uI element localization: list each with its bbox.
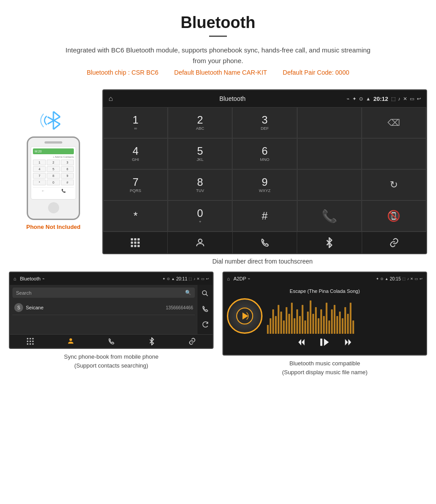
car-key-0[interactable]: 0 + bbox=[168, 200, 232, 232]
pb-nav-contacts[interactable] bbox=[50, 337, 91, 345]
phone-key-1[interactable]: 1 bbox=[33, 160, 46, 165]
svg-rect-24 bbox=[29, 344, 31, 345]
phonebook-call-action[interactable] bbox=[199, 302, 211, 317]
phone-key-2[interactable]: 2 bbox=[47, 160, 60, 165]
car-key-7[interactable]: 7 PQRS bbox=[103, 169, 168, 200]
car-key-3[interactable]: 3 DEF bbox=[232, 107, 297, 138]
bluetooth-waves-illustration bbox=[38, 107, 69, 134]
car-nav-link[interactable] bbox=[362, 232, 426, 253]
car-key-4-num: 4 bbox=[133, 146, 138, 156]
phone-key-4[interactable]: 4 bbox=[33, 166, 46, 172]
pb-nav-bluetooth[interactable] bbox=[132, 337, 172, 345]
main-caption: Dial number direct from touchscreen bbox=[89, 254, 436, 272]
phone-key-7[interactable]: 7 bbox=[33, 173, 46, 179]
music-next-button[interactable] bbox=[343, 337, 353, 349]
car-dialpad: 1 ∞ 2 ABC 3 DEF ⌫ 4 GHI bbox=[103, 107, 426, 232]
car-key-backspace[interactable]: ⌫ bbox=[362, 107, 426, 138]
page-header: Bluetooth Integrated with BC6 Bluetooth … bbox=[0, 0, 436, 89]
phone-key-5[interactable]: 5 bbox=[47, 166, 60, 172]
car-key-1[interactable]: 1 ∞ bbox=[103, 107, 168, 138]
phone-dialpad: 1 2 3 4 5 6 7 8 9 * 0 # bbox=[33, 160, 74, 185]
car-key-6[interactable]: 6 MNO bbox=[232, 138, 297, 169]
car-nav-contacts[interactable] bbox=[168, 232, 232, 253]
car-key-4[interactable]: 4 GHI bbox=[103, 138, 168, 169]
phone-key-hash[interactable]: # bbox=[61, 180, 74, 185]
car-key-7-num: 7 bbox=[133, 177, 138, 188]
music-bar bbox=[283, 320, 285, 334]
car-key-5[interactable]: 5 JKL bbox=[168, 138, 232, 169]
phone-btn-call[interactable]: 📞 bbox=[61, 189, 66, 193]
play-pause-icon bbox=[320, 337, 330, 347]
car-key-9[interactable]: 9 WXYZ bbox=[232, 169, 297, 200]
phone-key-3[interactable]: 3 bbox=[61, 160, 74, 165]
main-section: M:20 + Add to Contacts 1 2 3 4 5 6 7 8 9… bbox=[0, 89, 436, 254]
music-close-icon[interactable]: ✕ bbox=[410, 277, 413, 281]
car-nav-dialpad[interactable] bbox=[103, 232, 168, 253]
car-key-0-letters: + bbox=[199, 220, 201, 224]
music-bar bbox=[272, 309, 274, 334]
music-prev-button[interactable] bbox=[297, 337, 307, 349]
car-key-8[interactable]: 8 TUV bbox=[168, 169, 232, 200]
car-camera-icon: ⬚ bbox=[391, 96, 396, 102]
pb-vol-icon: ♪ bbox=[194, 277, 195, 281]
pb-nav-dialpad[interactable] bbox=[10, 337, 50, 345]
music-bar bbox=[334, 305, 335, 334]
phonebook-search-action[interactable] bbox=[199, 287, 211, 301]
pb-back-icon[interactable]: ↩ bbox=[206, 277, 209, 281]
music-play-pause-button[interactable] bbox=[320, 337, 330, 349]
music-bar bbox=[328, 320, 330, 334]
car-nav-bluetooth[interactable] bbox=[297, 232, 362, 253]
music-bt-icon: ✦ bbox=[376, 277, 379, 281]
phone-btn-back[interactable]: ← bbox=[41, 189, 45, 193]
car-screen-main: ⌂ Bluetooth ⌁ ✦ ⊙ ▲ 20:12 ⬚ ♪ ✕ ▭ ↩ bbox=[102, 89, 427, 254]
svg-rect-21 bbox=[29, 341, 31, 342]
phone-home-button[interactable] bbox=[48, 202, 59, 213]
car-key-6-letters: MNO bbox=[260, 157, 269, 162]
pb-close-icon[interactable]: ✕ bbox=[197, 277, 200, 281]
phone-key-8[interactable]: 8 bbox=[47, 173, 60, 179]
car-nav-recent[interactable] bbox=[233, 232, 297, 253]
phonebook-body-wrap: Search 🔍 S Seicane 13566664466 bbox=[10, 285, 213, 334]
car-home-icon[interactable]: ⌂ bbox=[109, 95, 113, 103]
svg-rect-25 bbox=[32, 344, 33, 345]
phonebook-usb-icon: ⌁ bbox=[42, 276, 44, 281]
car-screen-icon: ▭ bbox=[410, 96, 414, 102]
phone-key-6[interactable]: 6 bbox=[61, 166, 74, 172]
phonebook-home-icon[interactable]: ⌂ bbox=[13, 276, 16, 281]
car-key-reload[interactable]: ↻ bbox=[362, 169, 426, 200]
car-key-2-letters: ABC bbox=[196, 126, 205, 131]
music-bar bbox=[302, 305, 303, 334]
music-back-icon[interactable]: ↩ bbox=[420, 277, 423, 281]
phonebook-search-bar[interactable]: Search 🔍 bbox=[12, 288, 195, 298]
phonebook-entry-seicane[interactable]: S Seicane 13566664466 bbox=[12, 300, 195, 315]
car-key-star[interactable]: * bbox=[103, 200, 168, 232]
svg-line-3 bbox=[53, 124, 60, 129]
phone-screen-label: + Add to Contacts bbox=[33, 156, 74, 158]
music-status-icons: ✦ ⊙ ▲ 20:15 ⬚ ♪ ✕ ▭ ↩ bbox=[376, 276, 423, 281]
contact-letter-badge: S bbox=[14, 303, 23, 312]
svg-rect-8 bbox=[131, 242, 133, 244]
svg-marker-33 bbox=[345, 339, 348, 346]
car-back-icon[interactable]: ↩ bbox=[417, 96, 421, 102]
phone-key-9[interactable]: 9 bbox=[61, 173, 74, 179]
music-bar bbox=[270, 318, 271, 334]
phonebook-reload-action[interactable] bbox=[199, 318, 211, 332]
car-key-hangup[interactable]: 📵 bbox=[362, 200, 426, 232]
phone-key-star[interactable]: * bbox=[33, 180, 46, 185]
music-screen: ⌂ A2DP ⌁ ✦ ⊙ ▲ 20:15 ⬚ ♪ ✕ ▭ ↩ Escape (T… bbox=[222, 272, 427, 356]
car-close-icon[interactable]: ✕ bbox=[403, 96, 407, 102]
car-key-2[interactable]: 2 ABC bbox=[168, 107, 232, 138]
car-bluetooth-icon: ✦ bbox=[352, 96, 356, 102]
pb-link-icon bbox=[188, 337, 196, 345]
phone-speaker bbox=[44, 141, 62, 144]
car-key-hash[interactable]: # bbox=[232, 200, 297, 232]
pb-nav-phone[interactable] bbox=[91, 337, 131, 345]
pb-nav-link[interactable] bbox=[172, 337, 213, 345]
phone-key-0[interactable]: 0 bbox=[47, 180, 60, 185]
svg-marker-30 bbox=[299, 339, 301, 346]
music-time: 20:15 bbox=[390, 276, 401, 281]
car-key-call[interactable]: 📞 bbox=[297, 200, 362, 232]
music-home-icon[interactable]: ⌂ bbox=[227, 276, 230, 281]
car-location-icon: ⊙ bbox=[359, 96, 363, 102]
music-bar bbox=[344, 307, 346, 334]
